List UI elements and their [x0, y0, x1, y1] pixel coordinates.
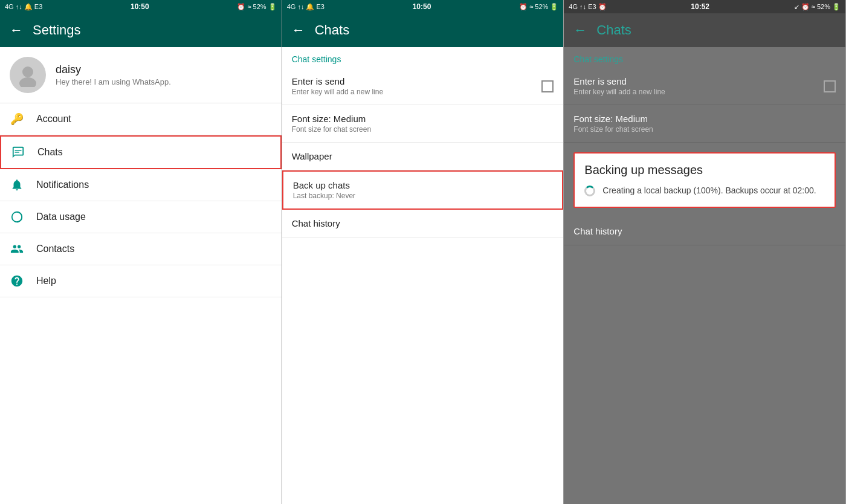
enter-send-setting[interactable]: Enter is send Enter key will add a new l…	[282, 68, 564, 105]
wallpaper-main: Wallpaper	[292, 151, 332, 161]
back-arrow-settings[interactable]: ←	[10, 22, 23, 38]
avatar	[10, 57, 46, 93]
p3-chat-history-setting[interactable]: Chat history	[564, 218, 845, 245]
svg-point-0	[22, 66, 33, 77]
p3-chat-history-text: Chat history	[573, 226, 622, 236]
chat-history-text: Chat history	[292, 218, 340, 228]
profile-info: daisy Hey there! I am using WhatsApp.	[56, 63, 171, 86]
enter-send-checkbox[interactable]	[541, 80, 554, 92]
people-icon	[10, 242, 24, 256]
p3-font-size-text: Font size: Medium Font size for chat scr…	[573, 114, 653, 134]
chat-history-main: Chat history	[292, 218, 340, 228]
enter-send-sub: Enter key will add a new line	[292, 88, 383, 96]
enter-send-text: Enter is send Enter key will add a new l…	[292, 76, 383, 96]
menu-item-help[interactable]: Help	[0, 265, 282, 297]
status-bar-time-2: 10:50	[413, 2, 431, 11]
backup-panel-title: Chats	[596, 22, 631, 38]
help-label: Help	[36, 276, 56, 286]
p3-font-size-sub: Font size for chat screen	[573, 125, 653, 134]
svg-point-1	[19, 77, 36, 87]
menu-item-account[interactable]: 🔑 Account	[0, 103, 282, 135]
data-usage-label: Data usage	[36, 212, 86, 222]
profile-status: Hey there! I am using WhatsApp.	[56, 77, 171, 86]
backup-panel: 4G ↑↓ E3 ⏰ 10:52 ↙ ⏰ ≈ 52% 🔋 ← Chats Cha…	[564, 0, 846, 504]
backup-chats-content: Chat settings Enter is send Enter key wi…	[564, 47, 845, 504]
settings-content: daisy Hey there! I am using WhatsApp. 🔑 …	[0, 47, 282, 504]
font-size-main: Font size: Medium	[292, 114, 371, 124]
chats-panel-title: Chats	[315, 22, 349, 38]
account-label: Account	[36, 114, 71, 124]
status-bar-2: 4G ↑↓ 🔔 E3 10:50 ⏰ ≈ 52% 🔋	[282, 0, 564, 13]
notifications-label: Notifications	[36, 179, 89, 190]
chat-icon	[11, 145, 25, 160]
contacts-label: Contacts	[36, 244, 74, 254]
profile-section[interactable]: daisy Hey there! I am using WhatsApp.	[0, 47, 282, 103]
backup-chats-setting[interactable]: Back up chats Last backup: Never	[282, 170, 564, 210]
back-arrow-chats[interactable]: ←	[292, 22, 305, 38]
status-bar-time-3: 10:52	[691, 2, 709, 11]
backup-chats-main: Back up chats	[293, 180, 355, 190]
backup-dialog-text: Creating a local backup (100%). Backups …	[602, 184, 816, 197]
status-bar-right-1: ⏰ ≈ 52% 🔋	[237, 3, 276, 11]
p3-enter-send-main: Enter is send	[573, 76, 665, 86]
wallpaper-setting[interactable]: Wallpaper	[282, 143, 564, 170]
settings-panel: 4G ↑↓ 🔔 E3 10:50 ⏰ ≈ 52% 🔋 ← Settings da…	[0, 0, 282, 504]
menu-item-chats[interactable]: Chats	[0, 135, 282, 169]
help-icon	[10, 274, 24, 288]
status-bar-3: 4G ↑↓ E3 ⏰ 10:52 ↙ ⏰ ≈ 52% 🔋	[564, 0, 845, 13]
p3-enter-send-checkbox[interactable]	[824, 80, 836, 92]
avatar-icon	[16, 63, 40, 87]
back-arrow-backup[interactable]: ←	[573, 22, 587, 38]
profile-name: daisy	[56, 63, 171, 76]
key-icon: 🔑	[10, 112, 24, 126]
p3-font-size-main: Font size: Medium	[573, 114, 653, 124]
p3-chat-history-main: Chat history	[573, 226, 622, 236]
data-icon	[10, 210, 24, 224]
status-bar-left-1: 4G ↑↓ 🔔 E3	[5, 3, 42, 11]
bell-icon	[10, 178, 24, 192]
status-bar-left-3: 4G ↑↓ E3 ⏰	[569, 3, 606, 11]
status-bar-right-2: ⏰ ≈ 52% 🔋	[519, 3, 558, 11]
p3-enter-send-setting[interactable]: Enter is send Enter key will add a new l…	[564, 68, 845, 105]
settings-app-bar: ← Settings	[0, 13, 282, 47]
backup-dialog: Backing up messages Creating a local bac…	[573, 152, 836, 208]
status-bar-1: 4G ↑↓ 🔔 E3 10:50 ⏰ ≈ 52% 🔋	[0, 0, 282, 13]
backup-chat-settings-header: Chat settings	[564, 47, 845, 68]
wallpaper-text: Wallpaper	[292, 151, 332, 161]
backup-chats-text: Back up chats Last backup: Never	[293, 180, 355, 200]
backup-app-bar: ← Chats	[564, 13, 845, 47]
status-bar-left-2: 4G ↑↓ 🔔 E3	[287, 3, 325, 11]
font-size-setting[interactable]: Font size: Medium Font size for chat scr…	[282, 105, 564, 143]
backup-spinner	[584, 186, 595, 196]
status-bar-right-3: ↙ ⏰ ≈ 52% 🔋	[794, 3, 841, 11]
p3-enter-send-sub: Enter key will add a new line	[573, 88, 665, 96]
settings-title: Settings	[33, 22, 81, 38]
font-size-sub: Font size for chat screen	[292, 125, 371, 134]
p3-font-size-setting[interactable]: Font size: Medium Font size for chat scr…	[564, 105, 845, 143]
chats-settings-content: Chat settings Enter is send Enter key wi…	[282, 47, 564, 504]
enter-send-main: Enter is send	[292, 76, 383, 86]
font-size-text: Font size: Medium Font size for chat scr…	[292, 114, 371, 134]
chat-settings-header: Chat settings	[282, 47, 564, 68]
status-bar-time-1: 10:50	[131, 2, 149, 11]
menu-item-notifications[interactable]: Notifications	[0, 169, 282, 201]
chats-label: Chats	[37, 147, 63, 158]
backup-chats-sub: Last backup: Never	[293, 192, 355, 200]
menu-item-contacts[interactable]: Contacts	[0, 233, 282, 265]
chats-panel: 4G ↑↓ 🔔 E3 10:50 ⏰ ≈ 52% 🔋 ← Chats Chat …	[282, 0, 564, 504]
chat-history-setting[interactable]: Chat history	[282, 210, 564, 237]
backup-dialog-title: Backing up messages	[584, 163, 825, 177]
chats-app-bar: ← Chats	[282, 13, 564, 47]
menu-item-data-usage[interactable]: Data usage	[0, 201, 282, 233]
p3-enter-send-text: Enter is send Enter key will add a new l…	[573, 76, 665, 96]
backup-dialog-body: Creating a local backup (100%). Backups …	[584, 184, 825, 197]
